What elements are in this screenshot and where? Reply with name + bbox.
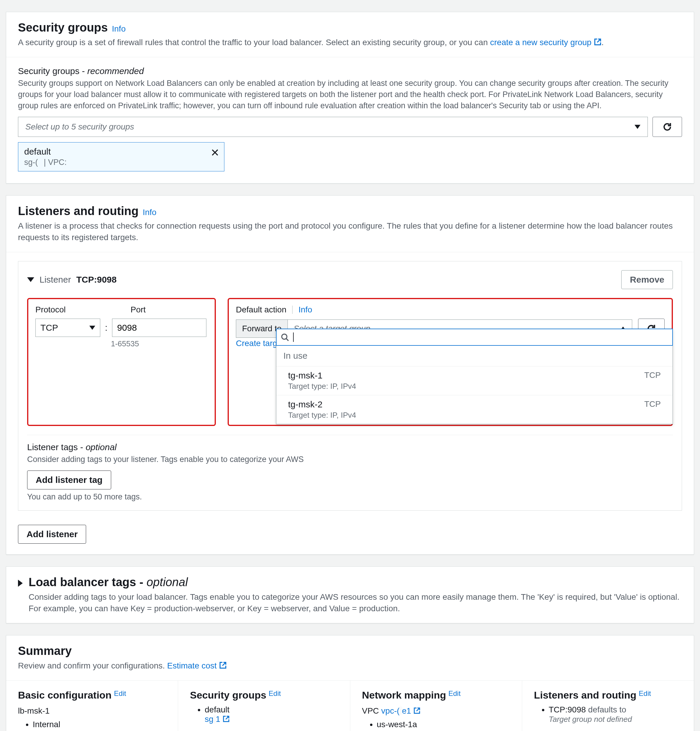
external-link-icon [223,715,230,722]
listeners-desc: A listener is a process that checks for … [18,220,682,243]
vpc-pre: vpc-( [381,706,400,715]
default-action-group: Default action Info Forward to Select a … [228,298,673,426]
tags-note: You can add up to 50 more tags. [27,492,673,502]
sg-link-pre: sg [205,715,214,724]
sg-desc-text: A security group is a set of firewall ru… [18,38,490,47]
lr-defaults: defaults to [588,705,626,714]
lbt-desc: Consider adding tags to your load balanc… [29,591,682,614]
sg-link-redact [214,715,216,724]
search-icon [281,333,289,341]
svg-point-0 [282,334,287,339]
summary-desc: Review and confirm your configurations. [18,661,167,670]
dropdown-search[interactable] [276,329,673,346]
caret-down-icon [27,277,34,282]
sg-subtitle-rec: recommended [87,66,144,76]
summary-panel: Summary Review and confirm your configur… [6,635,694,731]
summary-sg: Security groups Edit default sg 1 [178,681,350,731]
lr-item: TCP:9098 [549,705,586,714]
lr-title: Listeners and routing [534,689,637,701]
security-groups-panel: Security groups Info A security group is… [6,12,694,183]
lb-tags-panel: Load balancer tags - optional Consider a… [6,567,694,623]
add-listener-tag-button[interactable]: Add listener tag [27,471,111,489]
basic-title: Basic configuration [18,689,111,701]
listeners-title: Listeners and routing [18,204,139,218]
sg-desc: A security group is a set of firewall ru… [18,37,682,48]
colon: : [105,323,107,333]
sg-info-link[interactable]: Info [112,24,126,34]
sg-title: Security groups [18,21,108,34]
opt-proto: TCP [644,399,661,409]
sg-desc-post: . [602,38,604,47]
vpc-redact [400,706,402,715]
listeners-info-link[interactable]: Info [143,208,157,217]
target-group-dropdown: In use tg-msk-1 Target type: IP, IPv4 TC… [276,329,673,424]
sg-col-title: Security groups [190,689,266,701]
vpc-link[interactable]: vpc-( e1 [381,706,420,715]
edit-lr-link[interactable]: Edit [638,689,651,698]
protocol-label: Protocol [35,305,66,314]
net-title: Network mapping [362,689,446,701]
listener-item: Listener TCP:9098 Remove Protocol Port T… [18,261,682,511]
external-link-icon [594,38,602,46]
sg-link-suf: 1 [216,715,221,724]
remove-chip-icon[interactable]: ✕ [211,147,220,159]
listener-label-main: TCP:9098 [76,274,117,285]
port-input[interactable] [112,319,206,337]
az: us-west-1a [377,720,417,729]
summary-basic: Basic configuration Edit lb-msk-1 Intern… [6,681,178,731]
protocol-port-group: Protocol Port TCP : 1-65535 [27,298,216,426]
edit-net-link[interactable]: Edit [448,689,461,698]
chevron-down-icon [89,326,95,330]
tags-desc: Consider adding tags to your listener. T… [27,454,673,465]
default-action-label: Default action [236,305,286,314]
dropdown-group-label: In use [276,345,672,366]
edit-sg-link[interactable]: Edit [269,689,281,698]
lbt-title-pre: Load balancer tags - [29,575,146,589]
default-action-info[interactable]: Info [299,305,312,314]
port-label: Port [130,305,146,314]
sg-chip-vpc-label: | VPC: [44,158,67,167]
tags-title-pre: Listener tags - [27,442,85,452]
sg-inner: Security groups - recommended Security g… [6,57,694,183]
dropdown-option[interactable]: tg-msk-2 Target type: IP, IPv4 TCP [276,395,672,424]
add-listener-button[interactable]: Add listener [18,525,86,544]
sg-link[interactable]: sg 1 [205,715,230,724]
sg-item: default [205,705,229,714]
lbt-title-opt: optional [146,575,188,589]
vpc-suf: e1 [402,706,411,715]
external-link-icon [219,661,227,669]
sg-select-placeholder: Select up to 5 security groups [25,122,134,132]
opt-name: tg-msk-2 [288,399,356,410]
sg-subtitle-pre: Security groups - [18,66,87,76]
listeners-panel: Listeners and routing Info A listener is… [6,195,694,555]
lb-name: lb-msk-1 [18,706,166,716]
sg-sub-desc: Security groups support on Network Load … [18,78,682,111]
opt-sub: Target type: IP, IPv4 [288,411,356,420]
dropdown-option[interactable]: tg-msk-1 Target type: IP, IPv4 TCP [276,366,672,395]
listener-label-pre: Listener [40,274,71,285]
listener-toggle[interactable]: Listener TCP:9098 [27,274,116,285]
listener-tags: Listener tags - optional Consider adding… [27,435,673,502]
tags-title-opt: optional [85,442,116,452]
sg-header: Security groups Info A security group is… [6,12,694,57]
external-link-icon [413,707,420,714]
opt-sub: Target type: IP, IPv4 [288,382,356,391]
chevron-down-icon [634,125,640,129]
refresh-sg-button[interactable] [653,117,682,137]
divider [292,305,293,314]
remove-listener-button[interactable]: Remove [621,270,673,289]
summary-listeners: Listeners and routing Edit TCP:9098 defa… [522,681,694,731]
protocol-value: TCP [40,323,58,333]
sg-multiselect[interactable]: Select up to 5 security groups [18,117,648,137]
estimate-cost-link[interactable]: Estimate cost [167,661,217,670]
sg-sub-title: Security groups - recommended [18,66,682,76]
create-sg-link[interactable]: create a new security group [490,38,592,47]
basic-item: Internal [33,720,166,729]
protocol-select[interactable]: TCP [35,319,100,337]
edit-basic-link[interactable]: Edit [114,689,126,698]
vpc-label: VPC [362,706,379,715]
caret-right-icon[interactable] [18,580,23,587]
sg-chip-default: default sg-( | VPC: ✕ [18,142,224,172]
summary-title: Summary [18,644,682,658]
lr-not-defined: Target group not defined [549,715,632,724]
